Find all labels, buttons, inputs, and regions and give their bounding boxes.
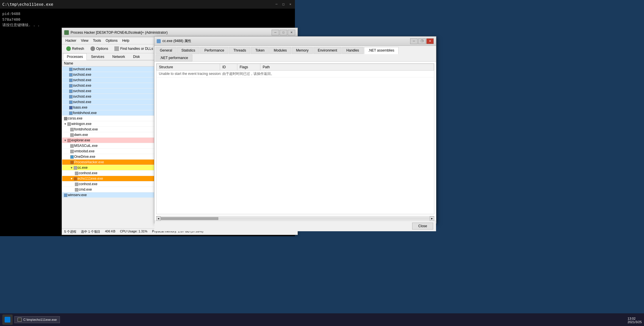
options-icon [90, 46, 95, 51]
taskbar-date: 2021/3/25 [628, 320, 642, 324]
ph-title-controls: ─ □ ✕ [272, 30, 295, 35]
status-processes: 5 个进程 [64, 230, 76, 234]
status-selected: 选中 1 个项目 [81, 230, 100, 234]
menu-help[interactable]: Help [120, 38, 132, 43]
ph-close-btn[interactable]: ✕ [288, 30, 295, 35]
ph-titlebar: Process Hacker [DESKTOP-RCNE4L0\coleak]+… [62, 28, 298, 37]
terminal-line-3: 请按任意键继续. . . [2, 22, 293, 28]
tab-modules[interactable]: Modules [269, 47, 291, 54]
net-assemblies-table: Structure ID Flags Path Unable to start … [156, 64, 434, 77]
col-path[interactable]: Path [260, 64, 434, 71]
props-restore-btn[interactable]: ❐ [418, 38, 426, 44]
props-minimize-btn[interactable]: ─ [410, 38, 418, 44]
terminal-titlebar: C:\tmp\echo111exe.exe ─ □ ✕ [0, 0, 295, 9]
find-icon [114, 46, 119, 51]
ph-title-text: Process Hacker [DESKTOP-RCNE4L0\coleak]+… [71, 31, 168, 35]
tab-general[interactable]: General [156, 47, 177, 54]
status-size: 406 KB [105, 230, 115, 234]
taskbar-start[interactable] [2, 314, 13, 325]
col-id[interactable]: ID [220, 64, 237, 71]
refresh-icon [66, 46, 71, 51]
terminal-task-icon [18, 318, 22, 322]
tab-processes[interactable]: Processes [63, 53, 87, 60]
props-close-btn[interactable]: ✕ [426, 38, 434, 44]
terminal-controls: ─ □ ✕ [274, 2, 293, 7]
scroll-left-btn[interactable]: ◄ [156, 216, 161, 221]
refresh-label: Refresh [72, 47, 84, 51]
col-structure[interactable]: Structure [157, 64, 220, 71]
tab-net-performance[interactable]: .NET performance [156, 54, 192, 61]
tab-handles[interactable]: Handles [342, 47, 363, 54]
tab-performance[interactable]: Performance [200, 47, 229, 54]
taskbar-time: 13:02 [628, 317, 642, 320]
tab-environment[interactable]: Environment [313, 47, 341, 54]
ph-minimize-btn[interactable]: ─ [272, 30, 279, 35]
taskbar-terminal-label: C:\tmp\echo111exe.exe [23, 318, 57, 321]
expand-icon: ▼ [70, 177, 73, 180]
expand-icon: ▼ [64, 139, 67, 142]
tab-token[interactable]: Token [251, 47, 269, 54]
terminal-content: pid:9488 578a7400 请按任意键继续. . . [0, 9, 295, 30]
terminal-close-btn[interactable]: ✕ [288, 2, 293, 7]
col-flags[interactable]: Flags [237, 64, 260, 71]
taskbar: C:\tmp\echo111exe.exe 13:02 2021/3/25 [0, 313, 644, 326]
tab-network[interactable]: Network [109, 53, 129, 60]
terminal-minimize-btn[interactable]: ─ [274, 2, 279, 7]
ph-maximize-btn[interactable]: □ [280, 30, 287, 35]
props-app-icon [157, 39, 161, 43]
scroll-track[interactable] [161, 217, 430, 220]
props-title: cc.exe (9488) 属性 [157, 39, 191, 43]
ph-app-icon [64, 30, 69, 35]
close-button[interactable]: Close [412, 223, 433, 230]
taskbar-terminal[interactable]: C:\tmp\echo111exe.exe [14, 316, 60, 323]
props-tab-container: General Statistics Performance Threads T… [154, 46, 436, 62]
expand-icon: ▼ [64, 122, 67, 126]
tab-statistics[interactable]: Statistics [177, 47, 200, 54]
props-title-controls: ─ ❐ ✕ [410, 38, 434, 44]
net-table-container[interactable]: Structure ID Flags Path Unable to start … [156, 63, 434, 214]
find-handles-button[interactable]: Find handles or DLLs [112, 45, 156, 52]
props-titlebar: cc.exe (9488) 属性 ─ ❐ ✕ [154, 37, 436, 46]
status-cpu: CPU Usage: 1.31% [120, 230, 147, 234]
find-handles-label: Find handles or DLLs [120, 47, 153, 51]
menu-hacker[interactable]: Hacker [63, 38, 79, 43]
props-footer: Close [154, 221, 436, 231]
properties-dialog: cc.exe (9488) 属性 ─ ❐ ✕ General Statistic… [154, 36, 436, 223]
scroll-right-btn[interactable]: ► [430, 216, 434, 221]
tab-disk[interactable]: Disk [129, 53, 143, 60]
tab-services[interactable]: Services [87, 53, 108, 60]
taskbar-clock: 13:02 2021/3/25 [628, 317, 642, 324]
refresh-button[interactable]: Refresh [64, 45, 87, 52]
tab-net-assemblies[interactable]: .NET assemblies [364, 47, 399, 54]
props-title-text: cc.exe (9488) 属性 [162, 39, 191, 43]
ph-title: Process Hacker [DESKTOP-RCNE4L0\coleak]+… [64, 30, 168, 35]
tab-memory[interactable]: Memory [292, 47, 313, 54]
terminal-maximize-btn[interactable]: □ [281, 2, 286, 7]
options-button[interactable]: Options [88, 45, 111, 52]
tab-threads[interactable]: Threads [229, 47, 250, 54]
terminal-title: C:\tmp\echo111exe.exe [2, 2, 53, 7]
menu-tools[interactable]: Tools [91, 38, 103, 43]
options-label: Options [96, 47, 108, 51]
menu-view[interactable]: View [79, 38, 91, 43]
props-body: Structure ID Flags Path Unable to start … [154, 62, 436, 221]
net-error-row: Unable to start the event tracing sessio… [157, 71, 434, 77]
terminal-line-1: pid:9488 [2, 11, 293, 17]
props-tab-row-1: General Statistics Performance Threads T… [154, 46, 436, 61]
expand-icon: ▼ [70, 166, 73, 169]
horizontal-scrollbar[interactable]: ◄ ► [156, 216, 434, 221]
start-icon [5, 317, 10, 323]
net-error-message: Unable to start the event tracing sessio… [157, 71, 434, 77]
scroll-thumb[interactable] [161, 217, 218, 220]
terminal-line-2: 578a7400 [2, 17, 293, 22]
menu-options-menu[interactable]: Options [103, 38, 120, 43]
